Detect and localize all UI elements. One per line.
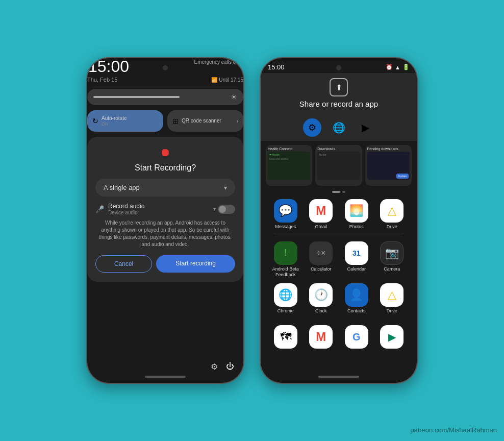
audio-toggle[interactable] [218, 205, 235, 214]
brightness-fill [93, 96, 180, 98]
dock-gmail[interactable]: M [307, 325, 335, 349]
share-header: ⬆ Share or record an app [261, 73, 417, 114]
audio-row: 🎤 Record audio Device audio ▾ [95, 203, 235, 215]
app-drive[interactable]: △ Drive [378, 199, 406, 230]
rotate-icon: ↻ [92, 117, 98, 125]
app-contacts[interactable]: 👤 Contacts [343, 283, 370, 314]
chevron-down-icon: ▾ [224, 184, 227, 191]
dock-maps[interactable]: 🗺 [272, 325, 299, 349]
bottom-icons: ⚙ ⏻ [211, 362, 234, 372]
app-calculator[interactable]: ÷× Calculator [307, 241, 335, 278]
app-chrome[interactable]: 🌐 Chrome [272, 283, 299, 314]
dock-play[interactable]: ▶ [378, 325, 406, 349]
chrome-icon: 🌐 [274, 283, 297, 307]
recent-card-health-title: Health Connect [268, 147, 310, 151]
app-row-2: ! Android Beta Feedback ÷× Calculator 31… [268, 241, 410, 278]
app-camera[interactable]: 📷 Camera [378, 241, 406, 278]
calendar-icon: 31 [345, 241, 368, 265]
left-phone: 15:00 Emergency calls only Thu, Feb 15 📶… [86, 57, 244, 384]
app-messages[interactable]: 💬 Messages [272, 199, 299, 230]
power-icon[interactable]: ⏻ [226, 362, 234, 372]
date-text: Thu, Feb 15 [87, 77, 117, 83]
left-time: 15:00 [88, 58, 129, 75]
recent-card-pending-title: Pending downloads [367, 147, 410, 151]
left-camera [163, 65, 168, 70]
right-camera [336, 65, 341, 70]
dock-google[interactable]: G [343, 325, 370, 349]
recent-card-health[interactable]: Health Connect ❤ Health Data and access [266, 145, 312, 186]
qr-tile[interactable]: ⊞ QR code scanner › [167, 110, 243, 132]
clock-icon: 🕐 [309, 283, 333, 307]
recent-card-downloads[interactable]: Downloads No file [315, 145, 362, 186]
auto-rotate-tile[interactable]: ↻ Auto-rotate On [87, 110, 163, 132]
recent-card-downloads-title: Downloads [317, 147, 360, 151]
app-photos[interactable]: 🌅 Photos [343, 199, 370, 230]
calendar-label: Calendar [347, 266, 366, 272]
play-icon: ▶ [380, 325, 404, 349]
right-screen-content: 15:00 ⏰ ▲ 🔋 ⬆ Share or record an app [261, 58, 417, 383]
drive-icon: △ [380, 199, 404, 223]
status-icons-left: 📶 Until 17:15 [211, 77, 243, 83]
chrome-app-icon[interactable]: 🌐 [330, 118, 348, 137]
left-home-bar [145, 376, 186, 378]
brightness-bar[interactable]: ☀ [87, 89, 243, 105]
dock-gmail-icon: M [309, 325, 333, 349]
app-gmail[interactable]: M Gmail [307, 199, 335, 230]
page-dot-2 [342, 191, 345, 193]
drive2-icon: △ [380, 283, 404, 307]
app-selector-row: ⚙ 🌐 ▶ [261, 114, 417, 141]
camera-icon: 📷 [380, 241, 404, 265]
dialog-buttons: Cancel Start recording [95, 255, 235, 273]
record-icon: ⏺ [95, 146, 235, 159]
battery-icon: 🔋 [402, 64, 410, 70]
dialog-title: Start Recording? [95, 163, 235, 173]
maps-icon: 🗺 [274, 325, 297, 349]
chrome-label: Chrome [278, 308, 294, 314]
left-screen: 15:00 Emergency calls only Thu, Feb 15 📶… [87, 58, 243, 383]
calculator-icon: ÷× [309, 241, 333, 265]
emergency-text: Emergency calls only [194, 59, 242, 65]
auto-rotate-label: Auto-rotate [102, 115, 127, 121]
recent-card-pending[interactable]: Pending downloads Update [365, 145, 412, 186]
app-row-3: 🌐 Chrome 🕐 Clock 👤 Contacts [268, 283, 410, 314]
contacts-icon: 👤 [345, 283, 368, 307]
app-selector-dropdown[interactable]: A single app ▾ [95, 179, 235, 197]
brightness-icon: ☀ [231, 93, 237, 101]
right-status-icons: ⏰ ▲ 🔋 [386, 64, 410, 70]
settings-app-icon[interactable]: ⚙ [303, 118, 321, 137]
left-screen-content: 15:00 Emergency calls only Thu, Feb 15 📶… [87, 58, 243, 282]
calculator-label: Calculator [311, 266, 332, 272]
app-clock[interactable]: 🕐 Clock [307, 283, 335, 314]
right-time: 15:00 [268, 63, 285, 71]
home-grid: 💬 Messages M Gmail 🌅 Photos [261, 196, 417, 323]
right-home-bar [318, 376, 359, 378]
section-divider-1 [275, 236, 402, 236]
bottom-dock: 🗺 M G ▶ [261, 323, 417, 349]
gmail-label: Gmail [315, 224, 327, 230]
app-drive2[interactable]: △ Drive [378, 283, 406, 314]
app-calendar[interactable]: 31 Calendar [343, 241, 370, 278]
auto-rotate-sub: On [102, 121, 127, 127]
cancel-button[interactable]: Cancel [95, 255, 152, 273]
audio-dropdown-icon: ▾ [213, 206, 216, 212]
app-android-beta[interactable]: ! Android Beta Feedback [272, 241, 299, 278]
record-audio-sub: Device audio [108, 210, 209, 215]
share-title: Share or record an app [268, 100, 410, 108]
drive2-label: Drive [387, 308, 397, 314]
start-recording-button[interactable]: Start recording [156, 255, 235, 273]
play-app-icon[interactable]: ▶ [356, 118, 374, 137]
wifi-icon: 📶 [211, 77, 217, 83]
photos-label: Photos [349, 224, 364, 230]
settings-icon[interactable]: ⚙ [211, 362, 218, 372]
recent-apps-area: Health Connect ❤ Health Data and access … [261, 141, 417, 188]
clock-label: Clock [315, 308, 327, 314]
photos-icon: 🌅 [345, 199, 368, 223]
share-record-icon: ⬆ [330, 78, 348, 96]
recording-dialog: ⏺ Start Recording? A single app ▾ 🎤 Reco… [87, 137, 243, 282]
alarm-icon: ⏰ [386, 64, 393, 70]
android-beta-label: Android Beta Feedback [272, 266, 299, 278]
right-wifi-icon: ▲ [395, 64, 400, 70]
record-audio-label: Record audio [108, 203, 209, 210]
messages-label: Messages [275, 224, 296, 230]
app-row-1: 💬 Messages M Gmail 🌅 Photos [268, 199, 410, 230]
